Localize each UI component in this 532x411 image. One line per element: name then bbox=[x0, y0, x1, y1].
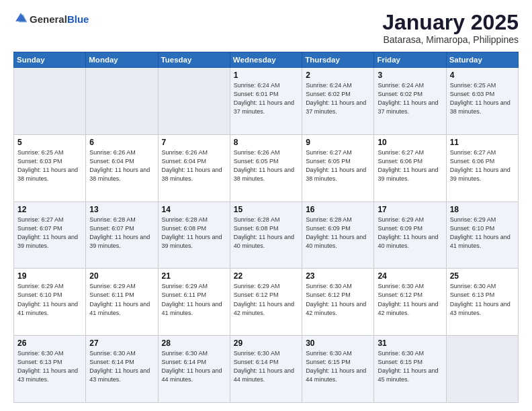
day-number: 26 bbox=[17, 338, 82, 348]
day-info: Sunrise: 6:26 AMSunset: 6:05 PMDaylight:… bbox=[234, 148, 298, 183]
table-row: 20Sunrise: 6:29 AMSunset: 6:11 PMDayligh… bbox=[86, 269, 158, 336]
day-info: Sunrise: 6:30 AMSunset: 6:15 PMDaylight:… bbox=[306, 349, 370, 384]
table-row: 30Sunrise: 6:30 AMSunset: 6:15 PMDayligh… bbox=[302, 336, 374, 403]
header-wednesday: Wednesday bbox=[230, 52, 302, 68]
day-number: 5 bbox=[17, 138, 82, 147]
day-info: Sunrise: 6:28 AMSunset: 6:08 PMDaylight:… bbox=[162, 216, 226, 250]
table-row: 3Sunrise: 6:24 AMSunset: 6:02 PMDaylight… bbox=[374, 68, 446, 135]
day-number: 18 bbox=[450, 205, 515, 214]
calendar-title: January 2025 bbox=[382, 11, 519, 34]
day-number: 15 bbox=[234, 205, 298, 214]
header-thursday: Thursday bbox=[302, 52, 374, 68]
table-row: 14Sunrise: 6:28 AMSunset: 6:08 PMDayligh… bbox=[158, 201, 230, 269]
day-number: 27 bbox=[89, 338, 154, 348]
table-row: 27Sunrise: 6:30 AMSunset: 6:14 PMDayligh… bbox=[86, 336, 158, 403]
table-row: 13Sunrise: 6:28 AMSunset: 6:07 PMDayligh… bbox=[86, 201, 158, 269]
calendar-week-row: 19Sunrise: 6:29 AMSunset: 6:10 PMDayligh… bbox=[14, 269, 519, 336]
day-number: 11 bbox=[450, 138, 515, 147]
day-info: Sunrise: 6:30 AMSunset: 6:13 PMDaylight:… bbox=[450, 282, 515, 317]
table-row: 5Sunrise: 6:25 AMSunset: 6:03 PMDaylight… bbox=[14, 134, 86, 201]
page: GeneralBlue January 2025 Batarasa, Mimar… bbox=[0, 0, 532, 411]
logo-general-text: General bbox=[30, 14, 67, 26]
table-row: 12Sunrise: 6:27 AMSunset: 6:07 PMDayligh… bbox=[14, 201, 86, 269]
table-row: 23Sunrise: 6:30 AMSunset: 6:12 PMDayligh… bbox=[302, 269, 374, 336]
table-row: 29Sunrise: 6:30 AMSunset: 6:14 PMDayligh… bbox=[230, 336, 302, 403]
day-number: 19 bbox=[17, 271, 82, 281]
day-number: 28 bbox=[162, 338, 226, 348]
day-number: 24 bbox=[378, 271, 442, 281]
day-number: 25 bbox=[450, 271, 515, 281]
day-info: Sunrise: 6:27 AMSunset: 6:07 PMDaylight:… bbox=[17, 216, 82, 250]
header-saturday: Saturday bbox=[446, 52, 518, 68]
day-number: 20 bbox=[89, 271, 154, 281]
header: GeneralBlue January 2025 Batarasa, Mimar… bbox=[13, 11, 519, 45]
table-row: 6Sunrise: 6:26 AMSunset: 6:04 PMDaylight… bbox=[86, 134, 158, 201]
calendar-week-row: 26Sunrise: 6:30 AMSunset: 6:13 PMDayligh… bbox=[14, 336, 519, 403]
calendar-table: Sunday Monday Tuesday Wednesday Thursday… bbox=[13, 52, 519, 403]
logo-blue-text: Blue bbox=[67, 14, 89, 26]
table-row: 8Sunrise: 6:26 AMSunset: 6:05 PMDaylight… bbox=[230, 134, 302, 201]
logo-icon bbox=[13, 11, 28, 26]
table-row: 25Sunrise: 6:30 AMSunset: 6:13 PMDayligh… bbox=[446, 269, 518, 336]
header-sunday: Sunday bbox=[14, 52, 86, 68]
table-row: 21Sunrise: 6:29 AMSunset: 6:11 PMDayligh… bbox=[158, 269, 230, 336]
calendar-location: Batarasa, Mimaropa, Philippines bbox=[382, 34, 519, 45]
table-row bbox=[14, 68, 86, 135]
header-monday: Monday bbox=[86, 52, 158, 68]
table-row: 16Sunrise: 6:28 AMSunset: 6:09 PMDayligh… bbox=[302, 201, 374, 269]
day-info: Sunrise: 6:27 AMSunset: 6:05 PMDaylight:… bbox=[306, 148, 370, 183]
day-info: Sunrise: 6:28 AMSunset: 6:08 PMDaylight:… bbox=[234, 216, 298, 250]
day-info: Sunrise: 6:29 AMSunset: 6:10 PMDaylight:… bbox=[450, 216, 515, 250]
day-number: 31 bbox=[378, 338, 442, 348]
day-info: Sunrise: 6:30 AMSunset: 6:12 PMDaylight:… bbox=[306, 282, 370, 317]
table-row: 15Sunrise: 6:28 AMSunset: 6:08 PMDayligh… bbox=[230, 201, 302, 269]
day-number: 16 bbox=[306, 205, 370, 214]
table-row: 24Sunrise: 6:30 AMSunset: 6:12 PMDayligh… bbox=[374, 269, 446, 336]
day-number: 30 bbox=[306, 338, 370, 348]
header-tuesday: Tuesday bbox=[158, 52, 230, 68]
day-info: Sunrise: 6:26 AMSunset: 6:04 PMDaylight:… bbox=[162, 148, 226, 183]
day-info: Sunrise: 6:30 AMSunset: 6:15 PMDaylight:… bbox=[378, 349, 442, 384]
day-number: 14 bbox=[162, 205, 226, 214]
day-info: Sunrise: 6:28 AMSunset: 6:07 PMDaylight:… bbox=[89, 216, 154, 250]
header-friday: Friday bbox=[374, 52, 446, 68]
day-number: 7 bbox=[162, 138, 226, 147]
day-info: Sunrise: 6:27 AMSunset: 6:06 PMDaylight:… bbox=[450, 148, 515, 183]
day-info: Sunrise: 6:30 AMSunset: 6:14 PMDaylight:… bbox=[234, 349, 298, 384]
table-row: 26Sunrise: 6:30 AMSunset: 6:13 PMDayligh… bbox=[14, 336, 86, 403]
table-row bbox=[86, 68, 158, 135]
day-number: 21 bbox=[162, 271, 226, 281]
day-info: Sunrise: 6:27 AMSunset: 6:06 PMDaylight:… bbox=[378, 148, 442, 183]
logo: GeneralBlue bbox=[13, 11, 89, 28]
table-row: 7Sunrise: 6:26 AMSunset: 6:04 PMDaylight… bbox=[158, 134, 230, 201]
day-info: Sunrise: 6:29 AMSunset: 6:11 PMDaylight:… bbox=[162, 282, 226, 317]
day-number: 29 bbox=[234, 338, 298, 348]
table-row: 31Sunrise: 6:30 AMSunset: 6:15 PMDayligh… bbox=[374, 336, 446, 403]
table-row: 17Sunrise: 6:29 AMSunset: 6:09 PMDayligh… bbox=[374, 201, 446, 269]
day-info: Sunrise: 6:29 AMSunset: 6:12 PMDaylight:… bbox=[234, 282, 298, 317]
day-number: 23 bbox=[306, 271, 370, 281]
day-number: 4 bbox=[450, 71, 515, 80]
table-row: 4Sunrise: 6:25 AMSunset: 6:03 PMDaylight… bbox=[446, 68, 518, 135]
day-number: 1 bbox=[234, 71, 298, 80]
day-info: Sunrise: 6:30 AMSunset: 6:14 PMDaylight:… bbox=[89, 349, 154, 384]
day-number: 12 bbox=[17, 205, 82, 214]
table-row: 10Sunrise: 6:27 AMSunset: 6:06 PMDayligh… bbox=[374, 134, 446, 201]
table-row: 28Sunrise: 6:30 AMSunset: 6:14 PMDayligh… bbox=[158, 336, 230, 403]
day-number: 9 bbox=[306, 138, 370, 147]
table-row: 1Sunrise: 6:24 AMSunset: 6:01 PMDaylight… bbox=[230, 68, 302, 135]
table-row bbox=[446, 336, 518, 403]
day-number: 8 bbox=[234, 138, 298, 147]
day-number: 2 bbox=[306, 71, 370, 80]
day-info: Sunrise: 6:24 AMSunset: 6:01 PMDaylight:… bbox=[234, 81, 298, 116]
table-row: 18Sunrise: 6:29 AMSunset: 6:10 PMDayligh… bbox=[446, 201, 518, 269]
day-info: Sunrise: 6:29 AMSunset: 6:09 PMDaylight:… bbox=[378, 216, 442, 250]
day-info: Sunrise: 6:29 AMSunset: 6:11 PMDaylight:… bbox=[89, 282, 154, 317]
day-info: Sunrise: 6:30 AMSunset: 6:14 PMDaylight:… bbox=[162, 349, 226, 384]
day-number: 6 bbox=[89, 138, 154, 147]
table-row: 19Sunrise: 6:29 AMSunset: 6:10 PMDayligh… bbox=[14, 269, 86, 336]
title-block: January 2025 Batarasa, Mimaropa, Philipp… bbox=[382, 11, 519, 45]
table-row: 9Sunrise: 6:27 AMSunset: 6:05 PMDaylight… bbox=[302, 134, 374, 201]
weekday-header-row: Sunday Monday Tuesday Wednesday Thursday… bbox=[14, 52, 519, 68]
day-number: 3 bbox=[378, 71, 442, 80]
